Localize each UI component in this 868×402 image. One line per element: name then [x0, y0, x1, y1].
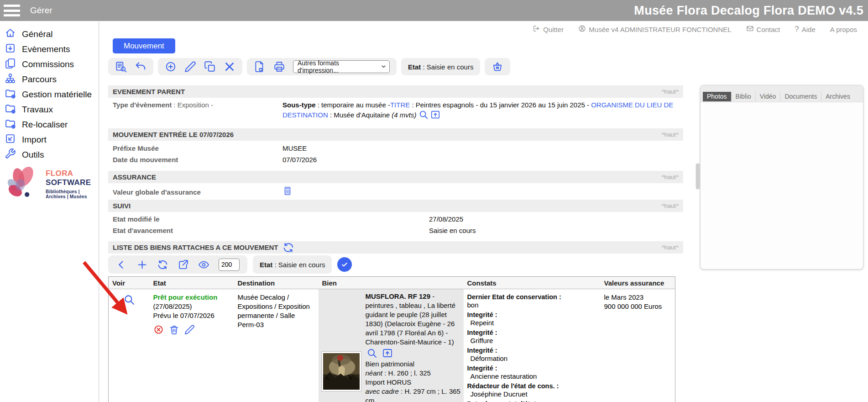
question-mark-icon: ? [795, 25, 799, 34]
toolbar-group-basket [485, 58, 510, 75]
view-record-magnifier-icon[interactable] [112, 294, 146, 306]
toolbar-group-edit [158, 58, 242, 75]
haut-link[interactable]: ^haut^ [661, 88, 679, 95]
app-title: Musée Flora Decalog Flora DEMO v4.5 [634, 4, 863, 18]
sidebar-item-general[interactable]: Général [0, 26, 99, 42]
undo-button[interactable] [135, 61, 146, 73]
contact-label: Contact [757, 26, 780, 33]
help-label: Aide [802, 26, 816, 33]
recycle-button[interactable] [157, 259, 168, 270]
about-link[interactable]: A propos [830, 26, 857, 33]
sidebar-item-label: Général [22, 29, 53, 39]
duplicate-button[interactable] [204, 61, 216, 73]
tab-mouvement[interactable]: Mouvement [113, 38, 175, 53]
bien-search-icon[interactable] [366, 348, 377, 359]
cancel-row-icon[interactable] [153, 324, 164, 335]
sidebar-item-relocaliser[interactable]: Re-localiser [0, 117, 99, 132]
display-count-eye-icon[interactable] [198, 259, 209, 270]
field-label: Valeur globale d'assurance [113, 187, 282, 197]
sidebar-item-gestion-materielle[interactable]: Gestion matérielle [0, 87, 99, 102]
haut-link[interactable]: ^haut^ [661, 174, 679, 180]
tab-video[interactable]: Vidéo [756, 92, 781, 101]
row-count-input[interactable] [219, 259, 240, 271]
field-value: MUSEE [282, 143, 683, 153]
valeur-date: le Mars 2023 [604, 293, 672, 302]
sidebar-item-outils[interactable]: Outils [0, 147, 99, 162]
edit-row-pencil-icon[interactable] [184, 324, 195, 335]
list-search-button[interactable] [115, 61, 127, 73]
biens-table: Voir Etat Destination Bien Constats Vale… [108, 276, 675, 402]
bien-type: Bien patrimonial [366, 360, 461, 369]
open-record-icon[interactable] [430, 110, 440, 122]
add-button[interactable] [165, 61, 177, 73]
sidebar-item-parcours[interactable]: Parcours [0, 72, 99, 87]
delete-button[interactable] [224, 61, 235, 73]
sidebar-item-evenements[interactable]: Evènements [0, 42, 99, 57]
search-icon[interactable] [418, 110, 429, 122]
evenement-parent-row: Type d'évènement : Exposition - Sous-typ… [108, 98, 683, 125]
previous-chevron-icon[interactable] [116, 259, 127, 270]
field-value: 27/08/2025 [429, 214, 683, 224]
tab-photos[interactable]: Photos [703, 92, 732, 101]
table-row: Prêt pour exécution (27/08/2025) Prévu l… [109, 289, 675, 402]
sidebar-item-import[interactable]: Import [0, 132, 99, 147]
section-title: ASSURANCE [113, 173, 156, 181]
haut-link[interactable]: ^haut^ [661, 244, 679, 251]
top-bar: Gérer Musée Flora Decalog Flora DEMO v4.… [0, 0, 868, 21]
chevron-down-icon [381, 63, 386, 70]
sidebar-item-label: Re-localiser [22, 120, 68, 130]
etat-badge: Etat : Saisie en cours [401, 58, 480, 75]
sitemap-icon [5, 73, 16, 86]
edit-button[interactable] [184, 61, 196, 73]
bien-ref: MUSFLORA. RF 129 [366, 292, 431, 300]
brand-flora: FLORA [46, 169, 73, 178]
tab-biblio[interactable]: Biblio [732, 92, 756, 101]
sidebar: Général Evènements Commissions Parcours … [0, 21, 99, 402]
help-link[interactable]: ? Aide [795, 25, 816, 34]
tab-archives[interactable]: Archives [821, 92, 854, 101]
field-value: 07/07/2026 [282, 155, 683, 164]
validate-button[interactable] [337, 257, 352, 272]
sidebar-item-label: Commissions [22, 59, 74, 69]
haut-link[interactable]: ^haut^ [661, 131, 679, 138]
field-value: Saisie en cours [429, 226, 683, 235]
sidebar-item-label: Gestion matérielle [22, 90, 92, 100]
sidebar-item-label: Travaux [22, 105, 53, 115]
titre-link[interactable]: TITRE [390, 101, 410, 109]
folder-globe-icon [5, 118, 16, 132]
calculator-icon[interactable] [282, 186, 293, 198]
sidebar-item-commissions[interactable]: Commissions [0, 57, 99, 72]
section-title: SUIVI [113, 202, 131, 210]
constat-item: Integrité :Déformation [467, 346, 597, 363]
hamburger-menu-icon[interactable] [4, 5, 20, 16]
print-format-value: Autres formats d'impression... [298, 59, 377, 74]
delete-row-trash-icon[interactable] [169, 324, 179, 335]
basket-button[interactable] [492, 61, 503, 73]
field-row: Préfixe Musée MUSEE [108, 143, 683, 154]
bien-open-record-icon[interactable] [382, 348, 393, 359]
artwork-thumbnail[interactable] [321, 351, 361, 391]
add-item-button[interactable] [136, 259, 148, 270]
export-document-button[interactable] [254, 61, 266, 73]
main-content: Mouvement Autres formats d'impression... [108, 21, 683, 402]
sidebar-item-travaux[interactable]: Travaux [0, 102, 99, 117]
toolbar-group-print: Autres formats d'impression... [247, 58, 397, 75]
tab-documents[interactable]: Documents [780, 92, 821, 101]
brand-tagline: Bibliothèques | Archives | Musées [46, 189, 98, 199]
contact-link[interactable]: Contact [746, 25, 780, 34]
print-button[interactable] [273, 61, 285, 73]
etat-badge-value: Saisie en cours [427, 63, 474, 71]
evenement-parent-value: Sous-type : temporaire au musée -TITRE :… [282, 100, 683, 122]
valeur-montant: 900 000 000 Euros [604, 302, 672, 311]
print-format-select[interactable]: Autres formats d'impression... [293, 60, 390, 73]
external-link-button[interactable] [178, 259, 189, 270]
constat-item: Date du constat d'état :10/12/2024 [467, 400, 597, 402]
haut-link[interactable]: ^haut^ [661, 202, 679, 209]
col-header-etat: Etat [150, 277, 234, 289]
refresh-icon[interactable] [282, 242, 294, 254]
media-panel-body [701, 102, 863, 267]
field-label: Date du mouvement [113, 155, 282, 164]
section-title: LISTE DES BIENS RATTACHES A CE MOUVEMENT [113, 243, 278, 251]
section-header-liste-biens: LISTE DES BIENS RATTACHES A CE MOUVEMENT… [108, 241, 683, 254]
panel-resize-handle[interactable] [696, 164, 700, 189]
